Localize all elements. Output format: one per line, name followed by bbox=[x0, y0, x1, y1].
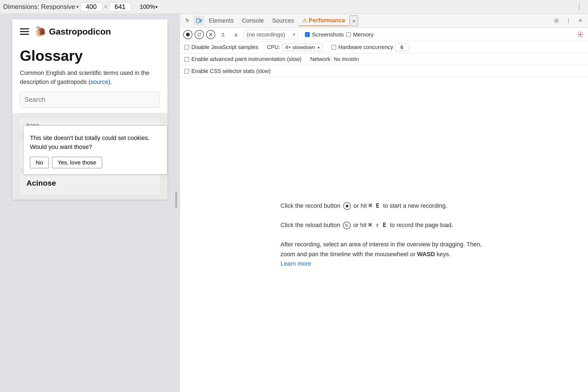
more-devtools-button[interactable] bbox=[563, 16, 574, 26]
dimensions-label: Dimensions: Responsive ▾ bbox=[3, 3, 79, 11]
tab-console[interactable]: Console bbox=[238, 16, 268, 26]
logo-text: Gastropodicon bbox=[49, 27, 111, 37]
chevron-down-icon: ▾ bbox=[293, 32, 295, 37]
hamburger-menu-button[interactable] bbox=[20, 28, 29, 35]
site-logo: 🐌 Gastropodicon bbox=[35, 26, 111, 37]
site-body: Glossary Common English and scientific t… bbox=[12, 42, 167, 113]
device-mode-button[interactable] bbox=[194, 16, 204, 26]
separator bbox=[301, 30, 302, 39]
disable-js-row: Disable JavaScript samples bbox=[184, 44, 258, 50]
svg-point-8 bbox=[580, 34, 581, 35]
instruction-after: After recording, select an area of inter… bbox=[281, 240, 488, 268]
cpu-label: CPU: bbox=[267, 44, 280, 50]
cpu-dropdown[interactable]: 4× slowdown ▾ bbox=[282, 44, 323, 51]
more-options-button[interactable]: ⋮ bbox=[574, 2, 585, 12]
zoom-value: 100% bbox=[140, 3, 155, 10]
close-devtools-button[interactable]: × bbox=[575, 16, 586, 26]
memory-checkbox[interactable] bbox=[346, 32, 351, 37]
learn-more-link[interactable]: Learn more bbox=[281, 260, 311, 267]
css-selector-row: Enable CSS selector stats (slow) bbox=[184, 68, 271, 74]
cookie-banner: This site doesn't but totally could set … bbox=[23, 125, 167, 174]
cpu-row: CPU: 4× slowdown ▾ bbox=[267, 44, 323, 51]
instruction-reload-text: Click the reload button ↻ or hit ⌘ ⇧ E t… bbox=[281, 220, 453, 230]
devtools-tab-bar: Elements Console Sources ⚠ Performance » bbox=[180, 14, 588, 28]
search-input[interactable] bbox=[20, 92, 160, 108]
scrollbar[interactable] bbox=[175, 192, 177, 208]
advanced-paint-row: Enable advanced paint instrumentation (s… bbox=[184, 56, 302, 62]
glossary-card-acinose: Acinose bbox=[20, 172, 160, 195]
svg-point-4 bbox=[568, 20, 569, 21]
tab-sources[interactable]: Sources bbox=[268, 16, 298, 26]
download-recording-button[interactable] bbox=[231, 30, 241, 39]
chevron-icon: ▾ bbox=[318, 45, 320, 50]
svg-rect-0 bbox=[197, 19, 200, 23]
top-bar: Dimensions: Responsive ▾ × 100% ▾ ⋮ bbox=[0, 0, 588, 14]
cookie-no-button[interactable]: No bbox=[30, 157, 49, 168]
more-tabs-button[interactable]: » bbox=[350, 16, 358, 26]
network-label: Network: bbox=[310, 56, 332, 62]
record-dot-icon bbox=[186, 33, 190, 36]
source-link[interactable]: source bbox=[90, 78, 108, 85]
hw-concurrency-row: Hardware concurrency bbox=[331, 44, 408, 51]
site-header: 🐌 Gastropodicon bbox=[12, 19, 167, 42]
settings-gear-button[interactable] bbox=[551, 16, 562, 26]
dimensions-text: Dimensions: Responsive bbox=[3, 3, 75, 11]
recordings-dropdown[interactable]: (no recordings) ▾ bbox=[244, 30, 298, 39]
inline-reload-icon: ↻ bbox=[343, 222, 351, 229]
performance-instructions: Click the record button or hit ⌘ E to st… bbox=[180, 77, 588, 392]
stop-button[interactable] bbox=[206, 30, 215, 39]
record-button[interactable] bbox=[183, 30, 192, 39]
clear-settings-button[interactable] bbox=[576, 30, 585, 39]
tab-performance[interactable]: ⚠ Performance bbox=[298, 15, 349, 26]
close-dim-icon[interactable]: × bbox=[104, 3, 108, 11]
performance-toolbar-2b: Enable advanced paint instrumentation (s… bbox=[180, 53, 588, 65]
network-row: Network: No throttlin bbox=[310, 56, 359, 62]
screenshots-label: Screenshots bbox=[312, 31, 344, 38]
kbd-cmd-e: ⌘ E bbox=[369, 202, 383, 209]
memory-label: Memory bbox=[353, 31, 374, 38]
recordings-value: (no recordings) bbox=[247, 31, 285, 38]
instruction-reload: Click the reload button ↻ or hit ⌘ ⇧ E t… bbox=[281, 220, 488, 230]
devtools-right-icons: × bbox=[551, 16, 586, 26]
svg-point-5 bbox=[568, 22, 569, 23]
glossary-description: Common English and scientific terms used… bbox=[20, 68, 160, 86]
top-bar-left: Dimensions: Responsive ▾ × 100% ▾ bbox=[3, 2, 572, 11]
hw-concurrency-checkbox[interactable] bbox=[331, 45, 336, 50]
browser-panel: 🐌 Gastropodicon Glossary Common English … bbox=[0, 14, 180, 392]
width-input[interactable] bbox=[80, 2, 102, 11]
card-title: Acinose bbox=[26, 179, 153, 188]
kbd-wasd: WASD bbox=[417, 251, 435, 258]
zoom-chevron-icon: ▾ bbox=[155, 4, 158, 10]
page-title: Glossary bbox=[20, 47, 160, 64]
performance-toolbar-2: Disable JavaScript samples CPU: 4× slowd… bbox=[180, 41, 588, 53]
screenshots-checkbox[interactable] bbox=[305, 32, 310, 37]
tab-elements[interactable]: Elements bbox=[205, 16, 238, 26]
svg-point-3 bbox=[568, 19, 569, 20]
hw-concurrency-input[interactable] bbox=[395, 44, 408, 51]
height-input[interactable] bbox=[109, 2, 131, 11]
cookie-buttons: No Yes, love those bbox=[30, 157, 161, 168]
performance-toolbar-1: (no recordings) ▾ Screenshots Memory bbox=[180, 28, 588, 41]
hw-concurrency-label: Hardware concurrency bbox=[338, 44, 393, 50]
zoom-selector[interactable]: 100% ▾ bbox=[140, 3, 158, 10]
inline-record-icon bbox=[343, 202, 351, 210]
advanced-paint-checkbox[interactable] bbox=[184, 57, 189, 62]
disable-js-checkbox[interactable] bbox=[184, 45, 189, 50]
advanced-paint-label: Enable advanced paint instrumentation (s… bbox=[191, 56, 302, 62]
devtools-panel: Elements Console Sources ⚠ Performance » bbox=[180, 14, 588, 392]
warning-triangle-icon: ⚠ bbox=[302, 17, 309, 23]
cookie-yes-button[interactable]: Yes, love those bbox=[52, 157, 102, 168]
disable-js-label: Disable JavaScript samples bbox=[191, 44, 258, 50]
instruction-record-text: Click the record button or hit ⌘ E to st… bbox=[281, 201, 447, 210]
reload-button[interactable] bbox=[195, 30, 204, 39]
cursor-icon-button[interactable] bbox=[182, 16, 193, 26]
css-selector-checkbox[interactable] bbox=[184, 69, 189, 74]
instructions-container: Click the record button or hit ⌘ E to st… bbox=[281, 201, 488, 268]
svg-point-2 bbox=[556, 20, 557, 22]
main-content: 🐌 Gastropodicon Glossary Common English … bbox=[0, 14, 588, 392]
upload-recording-button[interactable] bbox=[218, 30, 228, 39]
chevron-down-icon[interactable]: ▾ bbox=[76, 4, 79, 10]
performance-toolbar-3: Enable CSS selector stats (slow) bbox=[180, 65, 588, 77]
logo-icon: 🐌 bbox=[35, 26, 47, 37]
screenshots-toggle: Screenshots bbox=[305, 31, 344, 38]
